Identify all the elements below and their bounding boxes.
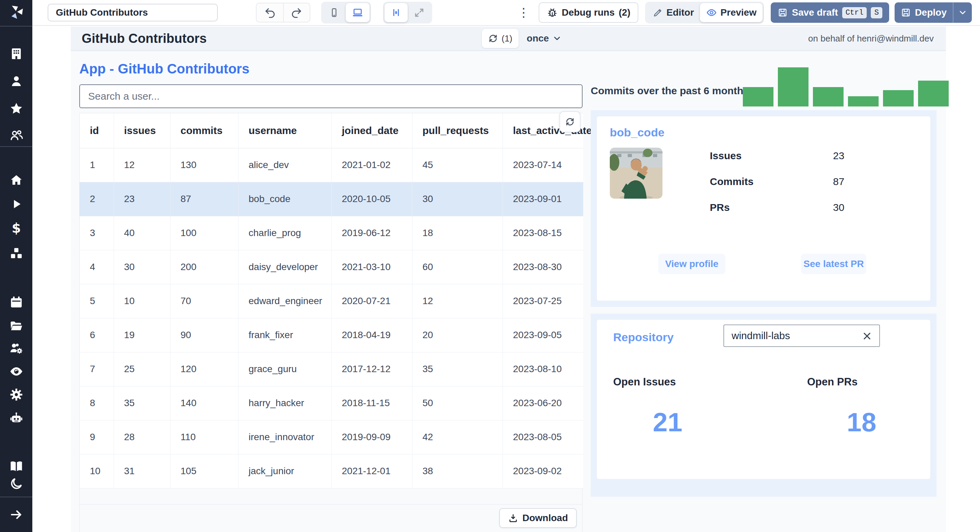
sidebar-item-user[interactable] bbox=[0, 74, 32, 89]
sidebar-item-home[interactable] bbox=[0, 173, 32, 187]
column-header[interactable]: username bbox=[238, 113, 331, 148]
open-issues-label: Open Issues bbox=[613, 376, 676, 388]
sidebar-item-expand[interactable] bbox=[0, 508, 32, 522]
table-cell: 2023-09-05 bbox=[503, 318, 583, 352]
user-gear-icon bbox=[9, 341, 24, 356]
deploy-options-button[interactable] bbox=[953, 2, 972, 23]
sidebar-item-schedules[interactable] bbox=[0, 295, 32, 309]
table-row[interactable]: 1031105jack_junior2021-12-01382023-09-02 bbox=[80, 454, 583, 488]
sidebar-item-theme[interactable] bbox=[0, 476, 32, 491]
redo-button[interactable] bbox=[283, 3, 310, 22]
table-cell: 35 bbox=[114, 386, 170, 420]
table-cell: 5 bbox=[80, 284, 114, 318]
stat-label: Commits bbox=[710, 176, 833, 187]
fullscreen-button[interactable] bbox=[408, 3, 431, 22]
debug-runs-button[interactable]: Debug runs (2) bbox=[539, 2, 639, 23]
save-icon bbox=[778, 8, 788, 18]
clear-input-button[interactable] bbox=[859, 329, 875, 343]
app-title-input[interactable] bbox=[48, 4, 218, 21]
app-preview-canvas: GitHub Contributors (1) once on behalf o… bbox=[71, 27, 946, 532]
column-header[interactable]: commits bbox=[170, 113, 238, 148]
table-row[interactable]: 340100charlie_prog2019-06-12182023-08-15 bbox=[80, 216, 583, 250]
table-row[interactable]: 835140harry_hacker2018-11-15502023-06-20 bbox=[80, 386, 583, 420]
table-cell: 2023-09-01 bbox=[503, 182, 583, 216]
column-header[interactable]: joined_date bbox=[331, 113, 412, 148]
app-refresh-button[interactable]: (1) bbox=[482, 29, 519, 48]
view-profile-button[interactable]: View profile bbox=[658, 254, 725, 274]
save-draft-label: Save draft bbox=[792, 7, 838, 18]
table-cell: 90 bbox=[170, 318, 238, 352]
sidebar-item-settings[interactable] bbox=[0, 387, 32, 402]
column-header[interactable]: id bbox=[80, 113, 114, 148]
table-cell: 2023-08-30 bbox=[503, 250, 583, 284]
repository-card: Repository Open Issues Open PRs 21 18 bbox=[597, 320, 930, 479]
table-cell: 12 bbox=[114, 148, 170, 182]
mobile-view-button[interactable] bbox=[323, 3, 346, 22]
repository-input[interactable] bbox=[724, 324, 880, 347]
table-cell: harry_hacker bbox=[238, 386, 331, 420]
schedule-dropdown[interactable]: once bbox=[527, 33, 562, 44]
windmill-logo[interactable] bbox=[0, 4, 32, 21]
table-refresh-button[interactable] bbox=[559, 111, 581, 132]
search-input[interactable] bbox=[79, 84, 582, 108]
table-row[interactable]: 112130alice_dev2021-01-02452023-07-14 bbox=[80, 148, 583, 182]
table-cell: 2021-12-01 bbox=[331, 454, 412, 488]
user-panel: bob_code bbox=[591, 110, 937, 307]
sidebar-item-folders[interactable] bbox=[0, 319, 32, 333]
deploy-button[interactable]: Deploy bbox=[894, 2, 953, 23]
debug-runs-label: Debug runs bbox=[562, 7, 615, 18]
user-card: bob_code bbox=[597, 116, 930, 301]
sidebar-item-audit-logs[interactable] bbox=[0, 364, 32, 379]
download-button[interactable]: Download bbox=[499, 508, 577, 528]
commit-bar bbox=[918, 81, 949, 106]
save-draft-button[interactable]: Save draft CtrlS bbox=[771, 2, 889, 23]
center-layout-button[interactable] bbox=[385, 3, 408, 22]
table-cell: 100 bbox=[170, 216, 238, 250]
table-cell: irene_innovator bbox=[238, 420, 331, 454]
table-cell: daisy_developer bbox=[238, 250, 331, 284]
table-row[interactable]: 928110irene_innovator2019-09-09422023-08… bbox=[80, 420, 583, 454]
table-cell: 2 bbox=[80, 182, 114, 216]
table-cell: 30 bbox=[114, 250, 170, 284]
table-row[interactable]: 51070edward_engineer2020-07-21122023-07-… bbox=[80, 284, 583, 318]
on-behalf-text: on behalf of henri@windmill.dev bbox=[808, 27, 934, 50]
sidebar-item-workers[interactable] bbox=[0, 341, 32, 356]
sidebar-item-favorites[interactable] bbox=[0, 102, 32, 116]
column-header[interactable]: pull_requests bbox=[412, 113, 503, 148]
column-header[interactable]: issues bbox=[114, 113, 170, 148]
table-row[interactable]: 430200daisy_developer2021-03-10602023-08… bbox=[80, 250, 583, 284]
sidebar-item-ai[interactable] bbox=[0, 411, 32, 425]
sidebar-item-docs[interactable] bbox=[0, 459, 32, 473]
arrow-right-icon bbox=[9, 508, 24, 522]
table-cell: 140 bbox=[170, 386, 238, 420]
table-cell: 10 bbox=[114, 284, 170, 318]
table-row[interactable]: 22387bob_code2020-10-05302023-09-01 bbox=[80, 182, 583, 216]
table-cell: 18 bbox=[412, 216, 503, 250]
eye-preview-icon bbox=[706, 7, 717, 18]
sidebar-item-resources[interactable] bbox=[0, 246, 32, 260]
preview-tab[interactable]: Preview bbox=[700, 3, 762, 22]
laptop-icon bbox=[352, 7, 363, 18]
table-row[interactable]: 725120grace_guru2017-12-12352023-08-10 bbox=[80, 352, 583, 386]
see-latest-pr-button[interactable]: See latest PR bbox=[801, 254, 866, 274]
editor-tab[interactable]: Editor bbox=[646, 3, 700, 22]
sidebar-item-workspace[interactable] bbox=[0, 47, 32, 61]
stat-value: 30 bbox=[833, 202, 844, 213]
building-icon bbox=[9, 47, 24, 61]
table-cell: bob_code bbox=[238, 182, 331, 216]
debug-runs-count: (2) bbox=[619, 7, 630, 18]
sidebar-item-groups[interactable] bbox=[0, 128, 32, 143]
table-row[interactable]: 61990frank_fixer2018-04-19202023-09-05 bbox=[80, 318, 583, 352]
desktop-view-button[interactable] bbox=[346, 3, 369, 22]
table-cell: 31 bbox=[114, 454, 170, 488]
calendar-icon bbox=[9, 295, 24, 309]
table-cell: 45 bbox=[412, 148, 503, 182]
sidebar-item-usage[interactable]: $ bbox=[0, 221, 32, 236]
app-header-bar: GitHub Contributors (1) once on behalf o… bbox=[71, 27, 946, 51]
svg-text:$: $ bbox=[11, 221, 21, 236]
sidebar-item-runs[interactable] bbox=[0, 197, 32, 211]
pencil-icon bbox=[653, 8, 663, 18]
moon-icon bbox=[9, 476, 24, 491]
undo-button[interactable] bbox=[256, 3, 283, 22]
more-menu-button[interactable]: ⋮ bbox=[517, 6, 530, 19]
